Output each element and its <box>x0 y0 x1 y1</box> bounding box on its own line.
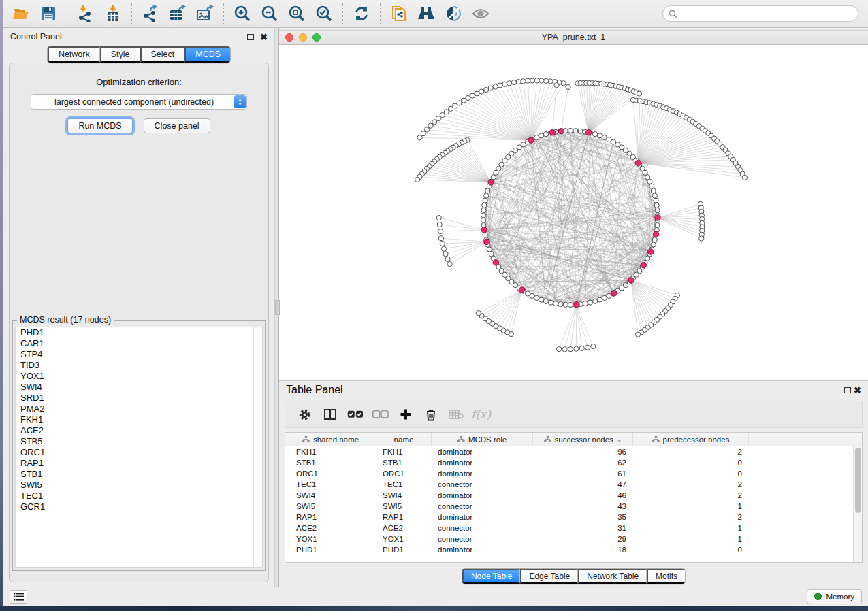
delete-column-icon[interactable] <box>418 403 443 425</box>
tab-network[interactable]: Network <box>48 46 100 63</box>
search-input[interactable] <box>677 9 852 18</box>
mcds-result-item[interactable]: TEC1 <box>16 491 262 501</box>
network-node[interactable] <box>440 241 445 246</box>
network-node[interactable] <box>475 91 479 96</box>
table-settings-gear-icon[interactable] <box>292 403 317 425</box>
table-row[interactable]: ORC1ORC1dominator610 <box>285 468 862 479</box>
table-row[interactable]: SWI5SWI5connector431 <box>285 501 862 512</box>
table-row[interactable]: RAP1RAP1dominator352 <box>285 512 862 523</box>
network-node[interactable] <box>574 302 579 308</box>
mcds-result-item[interactable]: RAP1 <box>16 458 262 469</box>
network-node[interactable] <box>489 252 494 257</box>
column-header-shared-name[interactable]: shared name <box>285 433 376 446</box>
network-node[interactable] <box>428 123 433 128</box>
network-node[interactable] <box>417 135 422 140</box>
network-node[interactable] <box>611 291 617 296</box>
network-node[interactable] <box>557 347 562 352</box>
network-node[interactable] <box>568 347 573 352</box>
network-node[interactable] <box>421 131 425 136</box>
network-node[interactable] <box>655 215 660 220</box>
network-node[interactable] <box>574 346 579 351</box>
network-node[interactable] <box>597 297 602 302</box>
network-node[interactable] <box>654 203 659 208</box>
table-row[interactable]: STB1STB1dominator620 <box>285 457 862 468</box>
network-node[interactable] <box>530 78 534 83</box>
network-node[interactable] <box>591 344 596 349</box>
network-node[interactable] <box>573 129 578 133</box>
float-panel-icon[interactable] <box>247 34 254 40</box>
network-node[interactable] <box>481 218 486 222</box>
mcds-result-item[interactable]: GCR1 <box>16 501 262 512</box>
save-session-icon[interactable] <box>35 2 62 25</box>
network-node[interactable] <box>484 239 489 244</box>
network-node[interactable] <box>652 237 657 242</box>
network-node[interactable] <box>487 247 492 252</box>
network-node[interactable] <box>549 130 555 135</box>
network-node[interactable] <box>585 130 591 135</box>
network-node[interactable] <box>438 236 443 241</box>
network-node[interactable] <box>526 78 530 83</box>
export-network-icon[interactable] <box>137 2 164 25</box>
network-node[interactable] <box>488 180 494 185</box>
column-header-successor-nodes[interactable]: successor nodes⌄ <box>533 433 633 446</box>
task-history-button[interactable] <box>10 590 27 604</box>
network-node[interactable] <box>534 295 539 300</box>
table-scrollbar-thumb[interactable] <box>855 448 861 513</box>
mcds-result-item[interactable]: PMA2 <box>16 403 262 414</box>
network-node[interactable] <box>432 120 437 125</box>
network-node[interactable] <box>502 82 507 86</box>
network-node[interactable] <box>742 175 747 180</box>
network-node[interactable] <box>641 263 646 268</box>
network-node[interactable] <box>438 229 443 234</box>
network-node[interactable] <box>483 198 487 203</box>
table-row[interactable]: SWI4SWI4dominator462 <box>285 490 862 501</box>
network-node[interactable] <box>637 91 642 96</box>
mcds-result-item[interactable]: STB1 <box>16 469 262 480</box>
network-node[interactable] <box>425 127 430 132</box>
mcds-result-item[interactable]: FKH1 <box>16 414 262 425</box>
tab-select[interactable]: Select <box>140 46 185 63</box>
network-node[interactable] <box>437 222 442 227</box>
panel-splitter[interactable] <box>274 28 279 587</box>
network-node[interactable] <box>539 78 544 83</box>
network-node[interactable] <box>593 132 598 137</box>
network-node[interactable] <box>443 252 448 257</box>
network-node[interactable] <box>543 299 548 303</box>
network-node[interactable] <box>648 249 654 254</box>
network-node[interactable] <box>649 184 654 188</box>
network-node[interactable] <box>654 198 658 203</box>
network-node[interactable] <box>488 86 493 90</box>
network-node[interactable] <box>448 106 453 111</box>
zoom-fit-icon[interactable] <box>283 2 310 25</box>
mcds-result-item[interactable]: ACE2 <box>16 425 262 436</box>
mcds-result-list[interactable]: PHD1CAR1STP4TID3YOX1SWI4SRD1PMA2FKH1ACE2… <box>15 327 263 568</box>
network-node[interactable] <box>482 203 487 208</box>
column-header-MCDS-role[interactable]: MCDS role <box>432 433 533 446</box>
import-table-icon[interactable] <box>99 2 127 25</box>
network-node[interactable] <box>476 311 481 316</box>
network-node[interactable] <box>461 98 466 103</box>
network-node[interactable] <box>484 87 489 92</box>
network-node[interactable] <box>607 293 611 298</box>
search-binoculars-icon[interactable] <box>413 2 440 25</box>
table-row[interactable]: PHD1PHD1dominator180 <box>285 544 862 555</box>
mcds-result-item[interactable]: SWI5 <box>16 480 262 491</box>
show-column-icon[interactable] <box>317 403 342 425</box>
mcds-result-item[interactable]: STB5 <box>16 436 262 447</box>
network-node[interactable] <box>507 81 512 86</box>
network-node[interactable] <box>481 213 486 218</box>
network-node[interactable] <box>652 193 657 198</box>
tab-edge-table[interactable]: Edge Table <box>520 569 578 584</box>
network-node[interactable] <box>470 93 475 98</box>
table-scrollbar[interactable] <box>853 446 862 562</box>
mcds-result-item[interactable]: PHD1 <box>16 327 262 338</box>
network-node[interactable] <box>554 83 559 88</box>
open-file-icon[interactable] <box>7 2 35 25</box>
zoom-in-icon[interactable] <box>229 2 256 25</box>
network-node[interactable] <box>651 242 656 247</box>
tab-style[interactable]: Style <box>100 46 140 63</box>
zoom-out-icon[interactable] <box>256 2 283 25</box>
network-node[interactable] <box>441 246 446 251</box>
network-node[interactable] <box>636 332 641 337</box>
eye-show-hide-icon[interactable] <box>467 2 494 25</box>
